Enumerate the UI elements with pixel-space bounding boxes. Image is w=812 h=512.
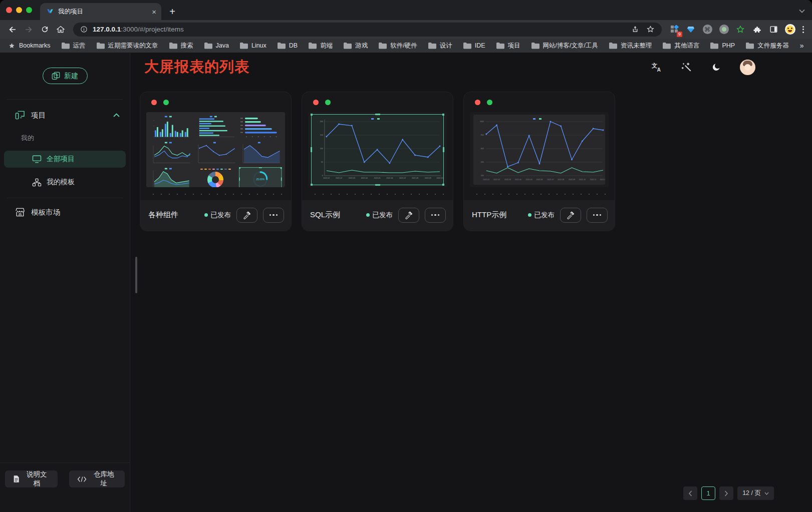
card-thumbnail-http[interactable]: 2022-012022-022022-032022-042022-052022-… [470, 112, 609, 187]
extension-grid-icon[interactable]: 9 [669, 24, 680, 35]
svg-text:2022-09: 2022-09 [569, 179, 575, 181]
selection-handle[interactable] [442, 184, 444, 186]
docs-button[interactable]: 说明文档 [5, 470, 58, 487]
extensions-puzzle-icon[interactable] [751, 24, 762, 35]
project-card[interactable]: 2022-012022-022022-032022-042022-052022-… [302, 92, 453, 231]
content-scrollbar[interactable] [135, 257, 137, 293]
edit-project-button[interactable] [398, 208, 419, 223]
main-area: 大屏报表的列表 文 A [130, 53, 812, 512]
favicon-goview [46, 8, 54, 16]
selection-handle[interactable] [311, 184, 313, 186]
bookmark-folder[interactable]: PHP [710, 42, 735, 49]
sidebar-item-template-market[interactable]: 模板市场 [0, 204, 130, 220]
profile-avatar-icon[interactable] [784, 24, 795, 35]
bookmark-folder[interactable]: 运营 [62, 42, 86, 50]
mini-bar-chart [149, 115, 192, 139]
project-card[interactable]: 2022-012022-022022-032022-042022-052022-… [463, 92, 615, 231]
language-icon[interactable]: 文 A [651, 62, 662, 73]
close-window-button[interactable] [6, 7, 12, 13]
selection-handle[interactable] [375, 184, 380, 186]
browser-tab[interactable]: 我的项目 × [40, 3, 161, 20]
sidebar-item-all-projects[interactable]: 全部项目 [4, 151, 126, 168]
app-root: 新建 项目 我的 全部项目 [0, 53, 812, 512]
bookmark-folder[interactable]: 资讯未整理 [609, 42, 652, 50]
bookmark-folder[interactable]: DB [278, 42, 298, 49]
extension-gem-icon[interactable] [685, 24, 696, 35]
share-icon[interactable] [631, 25, 639, 34]
svg-text:1000: 1000 [480, 121, 484, 123]
svg-text:2022-02: 2022-02 [493, 179, 500, 181]
edit-project-button[interactable] [236, 208, 257, 223]
sidebar-item-my-templates[interactable]: 我的模板 [4, 174, 126, 191]
extension-green-star-icon[interactable] [735, 24, 746, 35]
next-page-button[interactable] [719, 486, 733, 500]
bookmark-folder[interactable]: 文件服务器 [746, 42, 789, 50]
page-info-icon[interactable] [80, 26, 88, 33]
bookmark-folder[interactable]: Linux [240, 42, 266, 49]
new-tab-button[interactable]: + [165, 5, 179, 19]
back-button[interactable] [5, 22, 20, 37]
bookmark-folder[interactable]: 项目 [496, 42, 520, 50]
bookmark-folder[interactable]: 其他语言 [663, 42, 699, 50]
bookmark-folder[interactable]: 搜索 [169, 42, 193, 50]
selection-handle[interactable] [442, 114, 444, 116]
bookmark-folder[interactable]: 软件/硬件 [379, 42, 417, 50]
selection-handle[interactable] [311, 147, 312, 152]
storefront-icon [15, 208, 25, 217]
tab-search-icon[interactable] [799, 6, 805, 15]
bookmark-folder[interactable]: 设计 [428, 42, 452, 50]
project-card[interactable]: 25.00% 各种 [140, 92, 292, 231]
user-avatar[interactable] [740, 60, 755, 75]
page-size-select[interactable]: 12 / 页 [737, 486, 774, 500]
mini-capsule-chart [239, 115, 282, 139]
chrome-menu-icon[interactable] [798, 26, 807, 33]
selection-handle[interactable] [443, 147, 444, 152]
bookmark-folder[interactable]: 网站/博客/文章/工具 [531, 42, 598, 50]
extension-record-icon[interactable] [718, 24, 729, 35]
sidebar: 新建 项目 我的 全部项目 [0, 53, 130, 512]
maximize-window-button[interactable] [26, 7, 32, 13]
bookmarks-overflow-chevron[interactable]: » [800, 42, 804, 50]
hammer-icon [243, 211, 251, 219]
card-thumbnail-components[interactable]: 25.00% [146, 112, 285, 187]
minimize-window-button[interactable] [16, 7, 22, 13]
svg-text:600: 600 [481, 148, 484, 150]
svg-text:2022-04: 2022-04 [361, 177, 368, 179]
green-dot-icon [325, 100, 331, 105]
svg-text:2022-08: 2022-08 [412, 177, 418, 179]
donut-legend [200, 169, 231, 170]
repo-button[interactable]: 仓库地址 [69, 470, 125, 487]
bookmark-star-icon[interactable] [646, 25, 655, 34]
more-actions-button[interactable] [263, 208, 284, 223]
forward-button[interactable] [21, 22, 36, 37]
new-project-button[interactable]: 新建 [43, 68, 88, 84]
extensions-row: 9 ⌘ [667, 24, 797, 35]
selection-handle[interactable] [311, 114, 313, 116]
selection-handle[interactable] [375, 114, 380, 115]
bookmark-folder[interactable]: 前端 [309, 42, 333, 50]
tab-close-icon[interactable]: × [152, 8, 156, 16]
pagination: 1 12 / 页 [683, 486, 774, 500]
chevron-up-icon[interactable] [113, 113, 120, 117]
reload-button[interactable] [37, 22, 52, 37]
bookmarks-star-item[interactable]: Bookmarks [8, 42, 51, 50]
edit-project-button[interactable] [560, 208, 581, 223]
more-actions-button[interactable] [425, 208, 446, 223]
prev-page-button[interactable] [683, 486, 697, 500]
bookmark-folder[interactable]: 近期需要读的文章 [97, 42, 158, 50]
extension-command-icon[interactable]: ⌘ [702, 24, 713, 35]
more-actions-button[interactable] [587, 208, 608, 223]
address-bar[interactable]: 127.0.0.1:3000/#/project/items [73, 23, 662, 37]
home-button[interactable] [53, 22, 68, 37]
svg-text:2022-06: 2022-06 [536, 179, 543, 181]
card-thumbnail-sql[interactable]: 2022-012022-022022-032022-042022-052022-… [308, 112, 447, 187]
sidebar-group-projects[interactable]: 项目 [0, 108, 130, 123]
bookmark-folder[interactable]: IDE [463, 42, 485, 49]
dark-mode-moon-icon[interactable] [710, 62, 721, 73]
document-icon [13, 475, 20, 483]
magic-wand-icon[interactable] [681, 62, 692, 73]
bookmark-folder[interactable]: 游戏 [344, 42, 368, 50]
current-page-button[interactable]: 1 [701, 486, 715, 500]
bookmark-folder[interactable]: Java [204, 42, 229, 49]
side-panel-icon[interactable] [768, 24, 779, 35]
